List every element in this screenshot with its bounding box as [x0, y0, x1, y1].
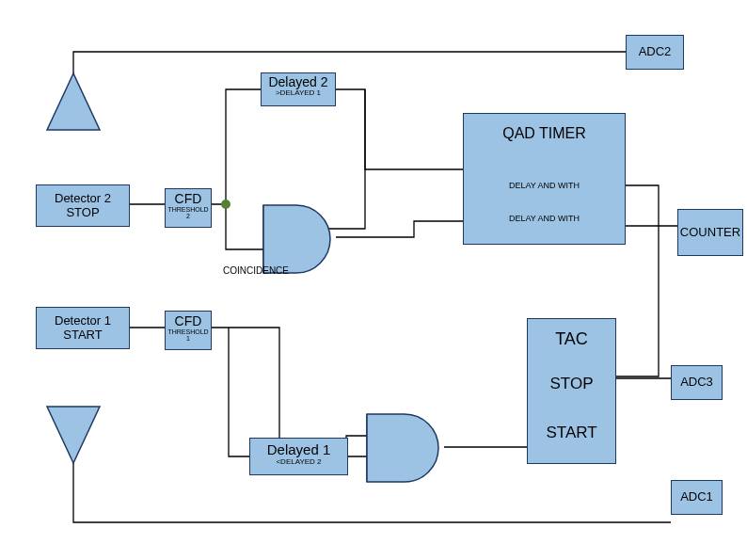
block-detector-2: Detector 2 STOP [36, 184, 130, 227]
det2-l2: STOP [66, 206, 99, 219]
block-delayed-1: Delayed 1 <DELAYED 2 [249, 438, 348, 475]
label-coincidence: COINCIDENCE [223, 265, 289, 276]
det1-l1: Detector 1 [55, 314, 111, 328]
label: ADC2 [639, 45, 672, 58]
qad-line2: DELAY AND WITH [509, 215, 580, 224]
det1-l2: START [63, 328, 102, 342]
block-detector-1: Detector 1 START [36, 307, 130, 349]
qad-line1: DELAY AND WITH [509, 182, 580, 191]
block-adc2: ADC2 [626, 35, 684, 70]
svg-point-0 [221, 200, 230, 209]
block-cfd-2: CFD THRESHOLD 2 [165, 188, 212, 228]
tac-title: TAC [555, 330, 588, 349]
block-adc1: ADC1 [671, 480, 723, 515]
delayed1-title: Delayed 1 [267, 442, 331, 458]
block-qad-timer: QAD TIMER DELAY AND WITH DELAY AND WITH [463, 113, 626, 245]
tac-start: START [546, 424, 596, 442]
svg-marker-1 [47, 73, 100, 130]
label: ADC3 [680, 376, 713, 389]
svg-marker-2 [47, 407, 100, 463]
cfd1-title: CFD [175, 314, 202, 328]
cfd1-sub: THRESHOLD 1 [166, 328, 211, 342]
cfd2-sub: THRESHOLD 2 [166, 206, 211, 219]
block-adc3: ADC3 [671, 365, 723, 400]
diagram-lines [0, 0, 747, 560]
tac-stop: STOP [550, 376, 594, 393]
label: ADC1 [680, 490, 713, 504]
block-counter: COUNTER [677, 209, 743, 256]
qad-title: QAD TIMER [502, 125, 586, 142]
block-delayed-2: Delayed 2 >DELAYED 1 [261, 72, 336, 106]
det2-l1: Detector 2 [55, 192, 111, 205]
delayed1-sub: <DELAYED 2 [276, 458, 321, 467]
delayed2-sub: >DELAYED 1 [276, 89, 321, 98]
cfd2-title: CFD [175, 192, 202, 206]
block-cfd-1: CFD THRESHOLD 1 [165, 311, 212, 350]
delayed2-title: Delayed 2 [268, 75, 327, 89]
block-tac: TAC STOP START [527, 318, 616, 464]
label: COUNTER [680, 226, 740, 239]
